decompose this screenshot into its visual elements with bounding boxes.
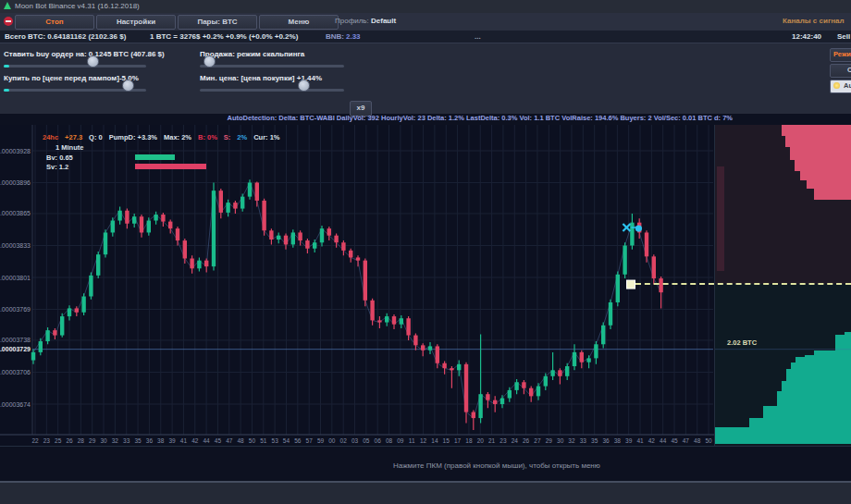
lightbulb-icon [833,82,840,89]
price-chart[interactable]: 2223252628293032333536383941424445474850… [0,125,714,446]
svg-text:42: 42 [648,437,656,444]
svg-text:51: 51 [260,437,267,444]
sell-target-line [635,283,851,285]
buy-volume-swatch [135,154,175,160]
svg-text:00: 00 [328,437,336,444]
sell-mode-slider[interactable] [200,60,344,72]
signal-channels-label[interactable]: Каналы с сигнал [783,17,851,25]
svg-text:35: 35 [591,437,598,444]
depth-volume-label: 2.02 BTC [727,338,758,347]
mode-button[interactable]: Режи [830,48,851,62]
legend-item: Cur: 1% [253,133,279,141]
svg-text:03: 03 [352,437,359,444]
chart-legend-stats: 24hc+27.3Q: 0PumpD: +3.3%Max: 2%B: 0%S:2… [43,133,287,141]
svg-text:36: 36 [146,437,154,444]
svg-text:32: 32 [112,437,119,444]
svg-text:23: 23 [43,437,51,444]
settings-button[interactable]: Настройки [96,15,176,30]
buy-price-slider-thumb[interactable] [122,80,134,92]
depth-panel[interactable]: 2.02 BTC [715,125,851,446]
svg-text:26: 26 [66,437,73,444]
btc-rate: 1 BTC = 3276$ +0.2% +0.9% (+0.0% +0.2%) [150,31,298,43]
svg-text:15: 15 [443,437,450,444]
app-logo-icon [4,2,11,9]
controls-panel: Ставить buy ордер на: 0.1245 BTC (407.86… [0,43,851,114]
svg-text:06: 06 [375,437,382,444]
profile-value: Default [371,17,396,25]
svg-text:0.00003928: 0.00003928 [0,148,31,154]
svg-text:33: 33 [123,437,130,444]
sell-mode-slider-thumb[interactable] [204,55,216,68]
svg-text:41: 41 [180,437,188,444]
legend-item: Max: 2% [164,133,191,141]
svg-text:17: 17 [454,437,462,444]
min-price-slider[interactable] [200,84,344,96]
legend-item: Q: 0 [89,133,103,141]
svg-text:09: 09 [397,437,404,444]
menu-bar: Стоп Настройки Пары: BTC Меню Профиль: D… [0,13,851,31]
svg-text:48: 48 [238,437,245,444]
svg-text:24: 24 [512,437,519,444]
stop-icon [4,17,13,26]
svg-text:14: 14 [431,437,438,444]
svg-text:0.00003833: 0.00003833 [0,242,31,249]
svg-text:50: 50 [249,437,256,444]
svg-text:0.00003865: 0.00003865 [0,210,31,216]
svg-text:54: 54 [283,437,290,444]
buy-order-slider[interactable] [4,60,146,72]
svg-text:48: 48 [694,437,701,444]
buy-price-label: Купить по [цене перед пампом]-5.0% [4,74,139,82]
svg-text:25: 25 [55,437,62,444]
svg-text:20: 20 [477,437,485,444]
pairs-button[interactable]: Пары: BTC [178,15,257,30]
svg-text:41: 41 [636,437,644,444]
svg-text:45: 45 [215,437,222,444]
legend-item: S: [224,133,231,141]
cut-button[interactable]: C [830,64,851,78]
svg-text:0.00003769: 0.00003769 [0,306,31,313]
title-bar: Moon Bot Binance v4.31 (16.12.2018) [0,0,851,13]
svg-text:29: 29 [546,437,553,444]
svg-text:39: 39 [625,437,633,444]
svg-text:0.00003674: 0.00003674 [0,401,31,408]
svg-text:38: 38 [614,437,622,444]
svg-text:08: 08 [386,437,393,444]
buy-volume-label: Bv: 0.65 [46,154,73,162]
svg-text:23: 23 [500,437,507,444]
panel-divider [714,125,715,446]
buy-price-slider[interactable] [4,84,146,96]
chart-interval-label: 1 Minute [56,143,83,152]
menu-button[interactable]: Меню [259,15,339,30]
autodetection-info: AutoDetection: Delta: BTC-WABI DailyVol:… [0,114,733,125]
stop-button[interactable]: Стоп [15,15,94,30]
svg-text:0.00003738: 0.00003738 [0,337,31,343]
min-price-slider-thumb[interactable] [298,80,310,92]
svg-text:22: 22 [31,437,39,444]
svg-text:47: 47 [226,437,233,444]
window-title: Moon Bot Binance v4.31 (16.12.2018) [15,0,140,13]
sell-volume-label: Sv: 1.2 [46,163,68,171]
svg-text:0.00003896: 0.00003896 [0,179,31,186]
svg-text:0.00003729: 0.00003729 [0,346,31,352]
buy-order-slider-thumb[interactable] [87,55,99,68]
svg-text:27: 27 [534,437,541,444]
auto-trade-button[interactable]: Aut [830,80,851,93]
svg-text:56: 56 [294,437,302,444]
sell-label[interactable]: Sell [837,31,850,43]
legend-item: 2% [237,133,247,141]
svg-text:26: 26 [523,437,530,444]
svg-text:30: 30 [557,437,564,444]
svg-text:47: 47 [683,437,690,444]
svg-text:05: 05 [363,437,370,444]
sell-volume-swatch [135,164,206,169]
sell-mode-label: Продажа: режим скальпинга [200,50,304,58]
bottom-bar [0,481,851,504]
svg-text:0.00003801: 0.00003801 [0,275,31,281]
svg-text:12: 12 [420,437,427,444]
svg-text:39: 39 [168,437,176,444]
legend-item: B: 0% [198,133,217,141]
legend-item: +27.3 [65,133,82,141]
svg-text:18: 18 [465,437,473,444]
svg-text:44: 44 [203,437,210,444]
svg-text:44: 44 [660,437,667,444]
